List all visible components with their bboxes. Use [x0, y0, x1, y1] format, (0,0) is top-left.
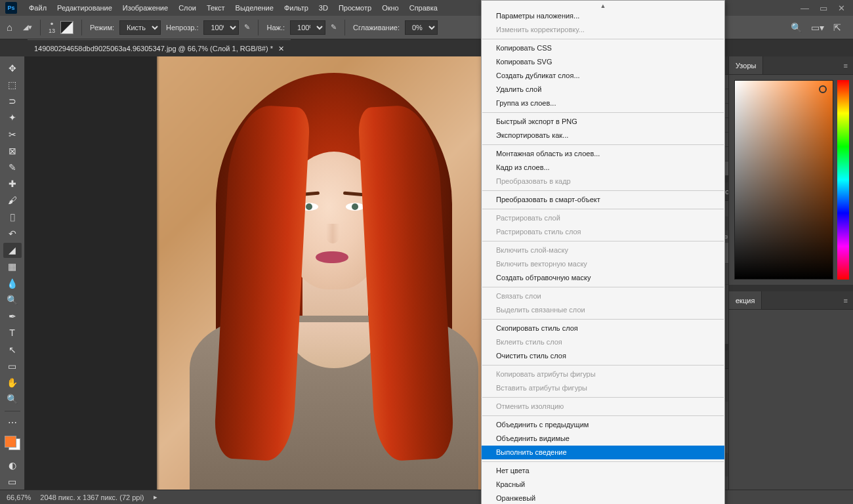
- mode-label: Режим:: [90, 24, 114, 32]
- context-menu-item[interactable]: Объединить с предыдущим: [482, 418, 724, 432]
- crop-tool[interactable]: ✂: [3, 127, 22, 142]
- context-menu-item: Растрировать слой: [482, 211, 724, 225]
- type-tool[interactable]: T: [3, 326, 22, 341]
- brush-size-indicator[interactable]: •13: [49, 21, 55, 34]
- context-menu-item[interactable]: Объединить видимые: [482, 432, 724, 446]
- brush-tool[interactable]: 🖌: [3, 193, 22, 208]
- context-menu-item[interactable]: Создать дубликат слоя...: [482, 69, 724, 83]
- menu-фильтр[interactable]: Фильтр: [279, 0, 314, 16]
- minimize-icon[interactable]: —: [801, 3, 809, 13]
- shape-tool[interactable]: ▭: [3, 358, 22, 373]
- healing-tool[interactable]: ✚: [3, 177, 22, 192]
- layer-context-menu: ▲Параметры наложения...Изменить корректи…: [481, 0, 725, 504]
- tools-panel: ✥ ⬚ ⊃ ✦ ✂ ⊠ ✎ ✚ 🖌 ⌷ ↶ ◢ ▦ 💧 🔍 ✒ T ↖ ▭ ✋ …: [0, 56, 25, 490]
- mode-select[interactable]: Кисть: [119, 20, 161, 35]
- context-menu-item[interactable]: Быстрый экспорт в PNG: [482, 115, 724, 129]
- options-bar: ⌂ ◢▾ •13 Режим: Кисть Непрозр.: 100% ✎ Н…: [0, 16, 853, 39]
- eyedropper-tool[interactable]: ✎: [3, 159, 22, 175]
- menu-изображение[interactable]: Изображение: [117, 0, 173, 16]
- menu-слои[interactable]: Слои: [173, 0, 201, 16]
- menu-3d[interactable]: 3D: [314, 0, 333, 16]
- eraser-tool[interactable]: ◢: [3, 243, 22, 258]
- context-menu-item: Изменить корректировку...: [482, 23, 724, 37]
- flow-select[interactable]: 100%: [290, 20, 325, 35]
- gradient-tool[interactable]: ▦: [3, 259, 22, 274]
- panel-menu-icon[interactable]: ≡: [839, 291, 853, 309]
- context-menu-item: Выделить связанные слои: [482, 303, 724, 317]
- arrow-up-icon[interactable]: ▲: [482, 3, 724, 9]
- context-menu-item[interactable]: Выполнить сведение: [482, 446, 724, 459]
- context-menu-item[interactable]: Кадр из слоев...: [482, 161, 724, 175]
- home-icon[interactable]: ⌂: [7, 22, 12, 33]
- context-menu-item[interactable]: Копировать CSS: [482, 41, 724, 55]
- context-menu-item[interactable]: Копировать SVG: [482, 55, 724, 69]
- menu-файл[interactable]: Файл: [24, 0, 52, 16]
- marquee-tool[interactable]: ⬚: [3, 77, 22, 92]
- hand-tool[interactable]: ✋: [3, 375, 22, 390]
- status-bar: 66,67% 2048 пикс. x 1367 пикс. (72 ppi) …: [0, 490, 853, 504]
- smoothing-label: Сглаживание:: [353, 24, 400, 32]
- document-tab[interactable]: 149080294658dbd9025063a4.96305347.jpg @ …: [28, 39, 291, 57]
- menu-выделение[interactable]: Выделение: [230, 0, 279, 16]
- blur-tool[interactable]: 💧: [3, 276, 22, 291]
- context-menu-item: Вклеить стиль слоя: [482, 335, 724, 349]
- context-menu-item[interactable]: Преобразовать в смарт-объект: [482, 193, 724, 207]
- brush-presets-icon[interactable]: [60, 21, 73, 34]
- zoom-tool[interactable]: 🔍: [3, 392, 22, 407]
- color-swatch[interactable]: [5, 436, 20, 450]
- context-menu-item[interactable]: Параметры наложения...: [482, 9, 724, 23]
- opacity-label: Непрозр.:: [166, 24, 198, 32]
- context-menu-item[interactable]: Скопировать стиль слоя: [482, 322, 724, 335]
- menu-редактирование[interactable]: Редактирование: [52, 0, 117, 16]
- history-brush-tool[interactable]: ↶: [3, 226, 22, 241]
- pen-tool[interactable]: ✒: [3, 309, 22, 324]
- screen-mode-icon[interactable]: ▭: [3, 474, 22, 490]
- context-menu-item[interactable]: Группа из слоев...: [482, 96, 724, 110]
- context-menu-item: Включить векторную маску: [482, 257, 724, 271]
- quick-select-tool[interactable]: ✦: [3, 110, 22, 125]
- stamp-tool[interactable]: ⌷: [3, 209, 22, 224]
- context-menu-item[interactable]: Очистить стиль слоя: [482, 349, 724, 363]
- patterns-tab[interactable]: Узоры: [729, 56, 763, 74]
- share-icon[interactable]: ⇱: [833, 22, 841, 33]
- menubar: Ps ФайлРедактированиеИзображениеСлоиТекс…: [0, 0, 853, 16]
- menu-просмотр[interactable]: Просмотр: [333, 0, 377, 16]
- zoom-level[interactable]: 66,67%: [7, 494, 31, 501]
- menu-справка[interactable]: Справка: [404, 0, 443, 16]
- move-tool[interactable]: ✥: [3, 60, 22, 75]
- context-menu-item[interactable]: Монтажная область из слоев...: [482, 147, 724, 161]
- smoothing-select[interactable]: 0%: [405, 20, 438, 35]
- context-menu-item[interactable]: Создать обтравочную маску: [482, 271, 724, 285]
- frame-tool[interactable]: ⊠: [3, 143, 22, 158]
- color-picker[interactable]: [729, 75, 853, 285]
- menu-окно[interactable]: Окно: [377, 0, 404, 16]
- correction-tab[interactable]: екция: [729, 291, 762, 309]
- opacity-select[interactable]: 100%: [203, 20, 239, 35]
- context-menu-item[interactable]: Экспортировать как...: [482, 129, 724, 142]
- workspace-icon[interactable]: ▭▾: [811, 22, 824, 33]
- dodge-tool[interactable]: 🔍: [3, 292, 22, 307]
- context-menu-item[interactable]: Красный: [482, 478, 724, 492]
- context-menu-item[interactable]: Удалить слой: [482, 83, 724, 96]
- pressure-opacity-icon[interactable]: ✎: [244, 23, 250, 32]
- maximize-icon[interactable]: ▭: [820, 3, 827, 13]
- context-menu-item: Растрировать стиль слоя: [482, 225, 724, 239]
- panels-column-2: Узоры ≡ екция ≡: [728, 56, 853, 490]
- context-menu-item: Связать слои: [482, 289, 724, 303]
- eraser-preset-icon[interactable]: ◢▾: [23, 23, 32, 32]
- context-menu-item[interactable]: Оранжевый: [482, 492, 724, 504]
- chevron-right-icon[interactable]: ▸: [154, 493, 157, 501]
- context-menu-item[interactable]: Нет цвета: [482, 464, 724, 478]
- edit-toolbar-icon[interactable]: ⋯: [3, 415, 22, 430]
- menu-текст[interactable]: Текст: [201, 0, 230, 16]
- close-tab-icon[interactable]: ✕: [278, 40, 284, 57]
- lasso-tool[interactable]: ⊃: [3, 93, 22, 108]
- document-info: 2048 пикс. x 1367 пикс. (72 ppi): [40, 494, 144, 501]
- airbrush-icon[interactable]: ✎: [331, 23, 337, 32]
- close-icon[interactable]: ✕: [838, 3, 845, 13]
- quick-mask-icon[interactable]: ◐: [3, 458, 22, 473]
- panel-menu-icon[interactable]: ≡: [839, 56, 853, 74]
- path-select-tool[interactable]: ↖: [3, 342, 22, 357]
- flow-label: Наж.:: [266, 24, 285, 32]
- search-icon[interactable]: 🔍: [791, 22, 802, 33]
